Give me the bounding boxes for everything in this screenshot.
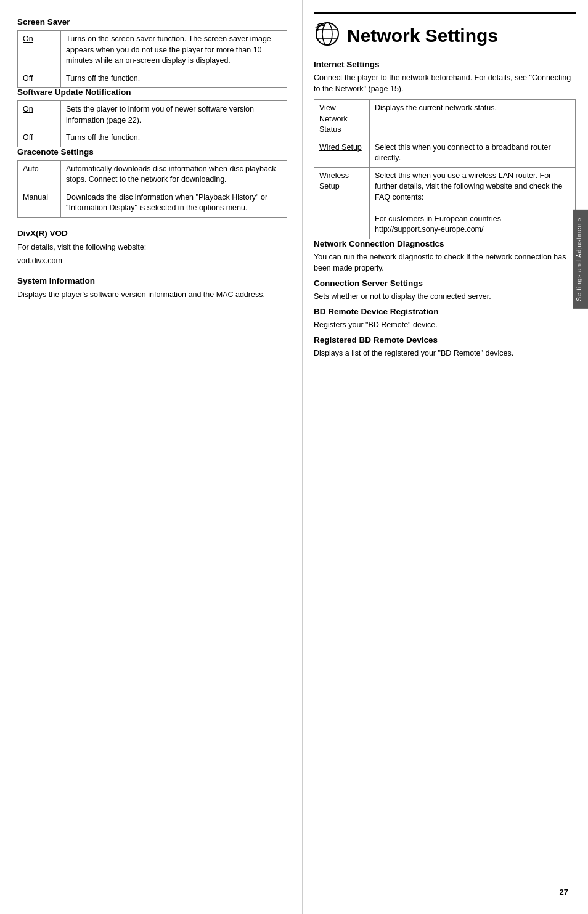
wireless-setup-key: Wireless Setup: [314, 167, 370, 239]
connection-server-section: Connection Server Settings Sets whether …: [314, 279, 576, 302]
network-icon: [314, 20, 341, 51]
gracenote-title: Gracenote Settings: [17, 147, 287, 157]
screen-saver-off-value: Turns off the function.: [61, 70, 287, 88]
software-off-value: Turns off the function.: [61, 129, 287, 147]
wired-setup-value: Select this when you connect to a broadb…: [370, 139, 576, 167]
bd-remote-devices-title: Registered BD Remote Devices: [314, 335, 576, 345]
page-number: 27: [560, 887, 568, 897]
table-row: Wired Setup Select this when you connect…: [314, 139, 576, 167]
gracenote-auto-key: Auto: [18, 160, 61, 189]
wired-setup-key: Wired Setup: [314, 139, 370, 167]
bd-remote-reg-title: BD Remote Device Registration: [314, 307, 576, 316]
internet-settings-table: View Network Status Displays the current…: [314, 99, 576, 239]
side-tab: Settings and Adjustments: [573, 210, 588, 309]
software-update-title: Software Update Notification: [17, 88, 287, 97]
screen-saver-off-key: Off: [18, 70, 61, 88]
left-column: Screen Saver On Turns on the screen save…: [0, 0, 302, 914]
table-row: Off Turns off the function.: [18, 129, 287, 147]
network-settings-title: Network Settings: [347, 27, 498, 45]
gracenote-manual-value: Downloads the disc information when "Pla…: [61, 189, 287, 217]
gracenote-section: Gracenote Settings Auto Automatically do…: [17, 147, 287, 218]
svg-point-0: [316, 23, 338, 45]
bd-remote-reg-text: Registers your "BD Remote" device.: [314, 319, 576, 330]
view-network-value: Displays the current network status.: [370, 100, 576, 139]
page: Screen Saver On Turns on the screen save…: [0, 0, 588, 914]
software-update-table: On Sets the player to inform you of newe…: [17, 100, 287, 147]
network-settings-header: Network Settings: [314, 12, 576, 51]
internet-settings-title: Internet Settings: [314, 60, 576, 69]
connection-server-title: Connection Server Settings: [314, 279, 576, 288]
screen-saver-section: Screen Saver On Turns on the screen save…: [17, 17, 287, 88]
network-connection-text: You can run the network diagnostic to ch…: [314, 251, 576, 274]
view-network-key: View Network Status: [314, 100, 370, 139]
connection-server-text: Sets whether or not to display the conne…: [314, 291, 576, 302]
system-info-title: System Information: [17, 276, 287, 285]
system-info-section: System Information Displays the player's…: [17, 276, 287, 301]
gracenote-auto-value: Automatically downloads disc information…: [61, 160, 287, 189]
gracenote-manual-key: Manual: [18, 189, 61, 217]
internet-settings-section: Internet Settings Connect the player to …: [314, 60, 576, 239]
right-column: Network Settings Internet Settings Conne…: [302, 0, 588, 914]
network-connection-section: Network Connection Diagnostics You can r…: [314, 239, 576, 274]
bd-remote-devices-text: Displays a list of the registered your "…: [314, 348, 576, 359]
table-row: Wireless Setup Select this when you use …: [314, 167, 576, 239]
bd-remote-devices-section: Registered BD Remote Devices Displays a …: [314, 335, 576, 359]
gracenote-table: Auto Automatically downloads disc inform…: [17, 160, 287, 218]
software-on-value: Sets the player to inform you of newer s…: [61, 101, 287, 129]
software-off-key: Off: [18, 129, 61, 147]
network-svg-icon: [314, 20, 341, 47]
screen-saver-table: On Turns on the screen saver function. T…: [17, 30, 287, 88]
wireless-setup-value: Select this when you use a wireless LAN …: [370, 167, 576, 239]
internet-settings-text: Connect the player to the network before…: [314, 72, 576, 94]
divx-title: DivX(R) VOD: [17, 229, 287, 238]
divx-section: DivX(R) VOD For details, visit the follo…: [17, 229, 287, 266]
screen-saver-title: Screen Saver: [17, 17, 287, 27]
table-row: View Network Status Displays the current…: [314, 100, 576, 139]
table-row: On Sets the player to inform you of newe…: [18, 101, 287, 129]
screen-saver-on-key: On: [18, 31, 61, 70]
divx-text: For details, visit the following website…: [17, 242, 287, 253]
table-row: On Turns on the screen saver function. T…: [18, 31, 287, 70]
software-update-section: Software Update Notification On Sets the…: [17, 88, 287, 147]
table-row: Manual Downloads the disc information wh…: [18, 189, 287, 217]
network-connection-title: Network Connection Diagnostics: [314, 239, 576, 248]
table-row: Auto Automatically downloads disc inform…: [18, 160, 287, 189]
svg-point-4: [316, 28, 319, 31]
svg-point-1: [322, 23, 332, 45]
table-row: Off Turns off the function.: [18, 70, 287, 88]
divx-link[interactable]: vod.divx.com: [17, 256, 287, 265]
screen-saver-on-value: Turns on the screen saver function. The …: [61, 31, 287, 70]
system-info-text: Displays the player's software version i…: [17, 289, 287, 301]
bd-remote-reg-section: BD Remote Device Registration Registers …: [314, 307, 576, 330]
software-on-key: On: [18, 101, 61, 129]
